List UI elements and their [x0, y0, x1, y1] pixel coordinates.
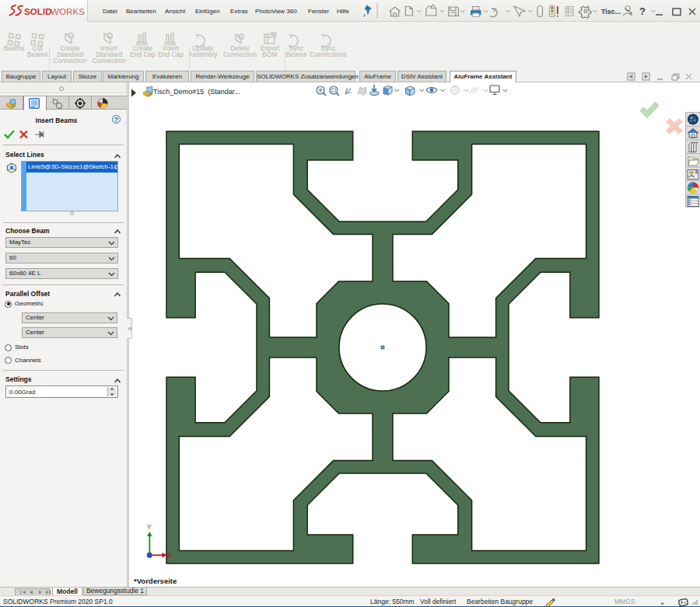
svg-text:SOLID: SOLID	[24, 7, 52, 16]
svg-text:?: ?	[639, 5, 646, 17]
svg-text:Y: Y	[147, 523, 152, 531]
svg-text:Tisc...: Tisc...	[601, 8, 621, 16]
svg-text:WORKS: WORKS	[51, 7, 85, 16]
